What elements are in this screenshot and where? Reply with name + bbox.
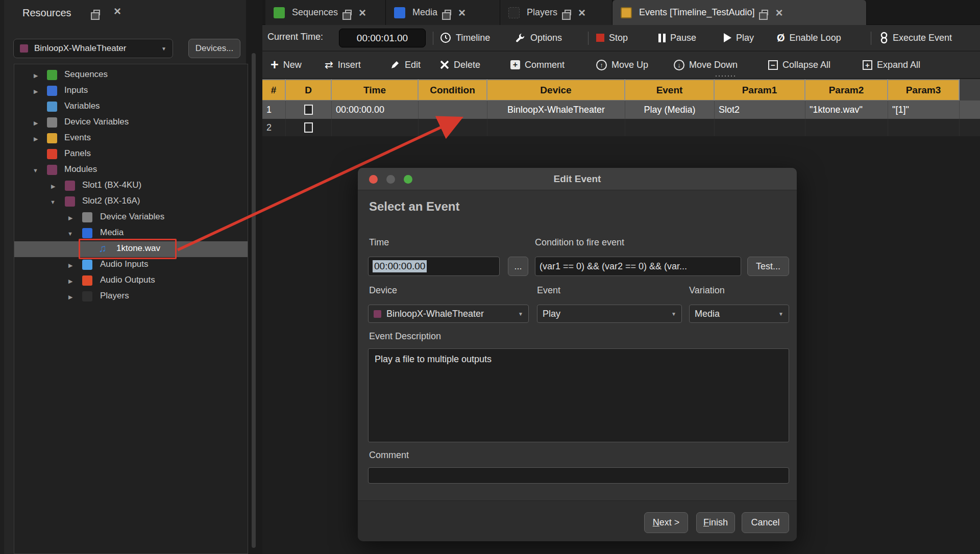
chevron-down-icon[interactable]: ▼ <box>33 167 38 173</box>
chevron-down-icon[interactable]: ▼ <box>67 231 73 237</box>
move-up-button[interactable]: ↑ Move Up <box>596 56 648 74</box>
options-button[interactable]: Options <box>514 29 562 47</box>
tree-item-slot2-device-variables[interactable]: ▶ Device Variables <box>14 210 248 225</box>
float-tab-icon[interactable] <box>762 10 768 15</box>
column-header[interactable]: Param3 <box>888 79 960 100</box>
tab-players[interactable]: Players × <box>500 0 612 25</box>
chevron-right-icon[interactable]: ▶ <box>34 72 38 79</box>
timeline-button[interactable]: Timeline <box>440 29 490 47</box>
device-dropdown[interactable]: BinloopX-WhaleTheater ▼ <box>368 305 529 323</box>
comment-button[interactable]: + Comment <box>510 56 565 74</box>
enable-loop-button[interactable]: Ø Enable Loop <box>777 29 841 47</box>
float-tab-icon[interactable] <box>345 10 352 15</box>
chevron-right-icon[interactable]: ▶ <box>68 215 72 221</box>
param2-cell[interactable]: "1ktone.wav" <box>805 100 888 119</box>
row-number-cell[interactable]: 1 <box>262 100 286 119</box>
column-header[interactable]: # <box>262 79 286 100</box>
close-tab-icon[interactable]: × <box>359 9 366 17</box>
tab-sequences[interactable]: Sequences × <box>265 0 386 25</box>
move-down-button[interactable]: ↓ Move Down <box>674 56 738 74</box>
condition-cell[interactable] <box>419 119 487 136</box>
device-cell[interactable]: BinloopX-WhaleTheater <box>487 100 625 119</box>
chevron-right-icon[interactable]: ▶ <box>68 294 72 300</box>
finish-button[interactable]: Finish <box>696 512 735 533</box>
column-header[interactable]: Event <box>625 79 715 100</box>
tree-item-inputs[interactable]: ▶ Inputs <box>14 83 248 99</box>
tab-media[interactable]: Media × <box>386 0 500 25</box>
tree-item-device-variables[interactable]: ▶ Device Variables <box>14 115 248 131</box>
tree-item-audio-inputs[interactable]: ▶ Audio Inputs <box>14 257 248 273</box>
tree-item-panels[interactable]: Panels <box>14 146 248 162</box>
current-time-field[interactable]: 00:00:01.00 <box>339 29 426 47</box>
close-panel-icon[interactable]: × <box>114 7 121 15</box>
param1-cell[interactable] <box>715 119 805 136</box>
disable-checkbox[interactable] <box>304 105 313 115</box>
comment-input[interactable] <box>368 467 789 484</box>
insert-button[interactable]: ⇄ Insert <box>325 56 361 74</box>
splitter-drag-handle[interactable] <box>715 74 737 78</box>
column-header[interactable]: D <box>286 79 332 100</box>
tree-item-slot1[interactable]: ▶ Slot1 (BX-4KU) <box>14 178 248 194</box>
next-button[interactable]: Next > <box>644 512 688 533</box>
tree-item-sequences[interactable]: ▶ Sequences <box>14 67 248 83</box>
param1-cell[interactable]: Slot2 <box>715 100 805 119</box>
chevron-right-icon[interactable]: ▶ <box>68 262 72 269</box>
chevron-right-icon[interactable]: ▶ <box>68 278 72 285</box>
event-dropdown[interactable]: Play ▼ <box>537 305 682 323</box>
play-button[interactable]: Play <box>724 29 754 47</box>
close-tab-icon[interactable]: × <box>458 9 465 17</box>
float-tab-icon[interactable] <box>565 10 571 15</box>
close-tab-icon[interactable]: × <box>775 9 782 17</box>
chevron-right-icon[interactable]: ▶ <box>34 136 38 142</box>
param2-cell[interactable] <box>805 119 888 136</box>
tree-item-events[interactable]: ▶ Events <box>14 131 248 146</box>
browse-button[interactable]: ... <box>508 257 528 276</box>
event-cell[interactable]: Play (Media) <box>625 100 715 119</box>
disable-checkbox[interactable] <box>304 122 313 133</box>
chevron-down-icon[interactable]: ▼ <box>50 199 56 205</box>
column-header[interactable]: Param1 <box>715 79 805 100</box>
row-number-cell[interactable]: 2 <box>262 119 286 136</box>
tree-item-modules[interactable]: ▼ Modules <box>14 162 248 178</box>
test-button[interactable]: Test... <box>747 257 789 276</box>
time-input[interactable]: 00:00:00.00 <box>368 257 500 276</box>
tree-item-audio-outputs[interactable]: ▶ Audio Outputs <box>14 273 248 289</box>
new-button[interactable]: + New <box>271 56 302 74</box>
disable-cell[interactable] <box>286 119 332 136</box>
chevron-right-icon[interactable]: ▶ <box>34 88 38 95</box>
expand-all-button[interactable]: + Expand All <box>863 56 920 74</box>
table-row-1-selected[interactable]: 1 00:00:00.00 BinloopX-WhaleTheater Play… <box>262 100 980 119</box>
column-header[interactable]: Device <box>487 79 625 100</box>
condition-cell[interactable] <box>419 100 487 119</box>
execute-event-button[interactable]: Execute Event <box>880 29 952 47</box>
float-panel-icon[interactable] <box>93 10 100 15</box>
collapse-all-button[interactable]: − Collapse All <box>768 56 830 74</box>
table-row-2[interactable]: 2 <box>262 119 980 136</box>
column-header[interactable]: Param2 <box>805 79 888 100</box>
close-tab-icon[interactable]: × <box>578 9 585 17</box>
tree-item-variables[interactable]: Variables <box>14 99 248 115</box>
delete-button[interactable]: Delete <box>440 56 480 74</box>
tree-item-players[interactable]: ▶ Players <box>14 289 248 305</box>
chevron-right-icon[interactable]: ▶ <box>34 120 38 127</box>
pause-button[interactable]: Pause <box>658 29 696 47</box>
tree-item-slot2[interactable]: ▼ Slot2 (BX-16A) <box>14 194 248 210</box>
condition-input[interactable]: (var1 == 0) && (var2 == 0) && (var... <box>535 257 741 276</box>
dialog-titlebar[interactable]: Edit Event <box>358 168 797 190</box>
stop-button[interactable]: Stop <box>596 29 628 47</box>
param3-cell[interactable]: "[1]" <box>888 100 960 119</box>
variation-dropdown[interactable]: Media ▼ <box>689 305 789 323</box>
event-description-textarea[interactable]: Play a file to multiple outputs <box>368 348 789 442</box>
column-header[interactable]: Time <box>332 79 419 100</box>
device-selector-dropdown[interactable]: BinloopX-WhaleTheater ▼ <box>13 39 173 58</box>
edit-button[interactable]: Edit <box>390 56 421 74</box>
tree-scrollbar[interactable] <box>252 53 256 548</box>
devices-button[interactable]: Devices... <box>188 39 240 58</box>
cancel-button[interactable]: Cancel <box>742 512 789 533</box>
column-header[interactable]: Condition <box>419 79 487 100</box>
disable-cell[interactable] <box>286 100 332 119</box>
tab-events-timeline-testaudio[interactable]: Events [Timeline_TestAudio] × <box>612 0 867 25</box>
time-cell[interactable] <box>332 119 419 136</box>
param3-cell[interactable] <box>888 119 960 136</box>
device-cell[interactable] <box>487 119 625 136</box>
